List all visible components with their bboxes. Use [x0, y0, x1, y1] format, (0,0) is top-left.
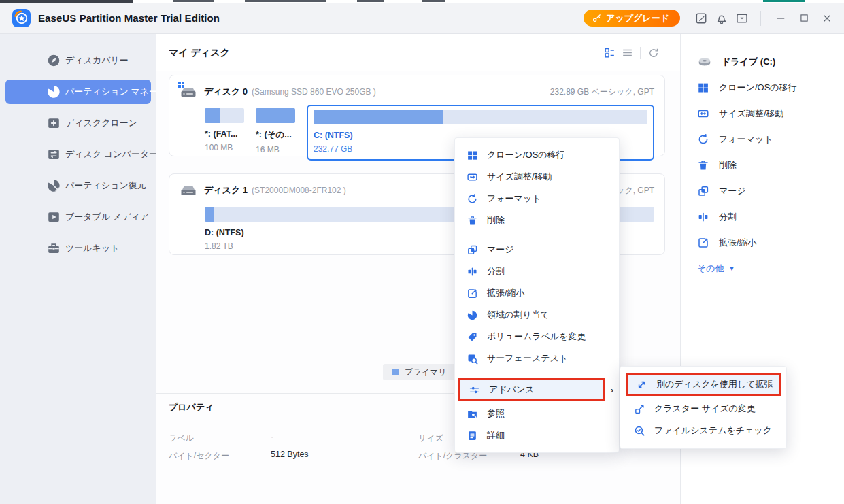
minimize-button[interactable] — [769, 8, 792, 29]
menu-merge[interactable]: マージ — [455, 239, 619, 261]
disk0-header: ディスク 0 (Samsung SSD 860 EVO 250GB ) 232.… — [180, 84, 654, 100]
action-delete[interactable]: 削除 — [681, 152, 844, 178]
details-doc-icon — [467, 430, 478, 441]
submenu-extend-with-other-disk[interactable]: 別のディスクを使用して拡張 — [620, 371, 786, 398]
allocate-pie-icon — [467, 309, 478, 321]
action-clone-os-migrate[interactable]: クローン/OSの移行 — [681, 75, 844, 101]
menu-delete[interactable]: 削除 — [455, 209, 619, 231]
trash-icon — [467, 215, 478, 226]
trash-icon — [697, 159, 709, 171]
screen-edge-artifact-teal — [763, 0, 805, 2]
disk0-summary: 232.89 GB ベーシック, GPT — [550, 86, 654, 98]
left-sidebar: ディスカバリー パーティション マネージャー ディスククローン ディスク コンバ… — [0, 34, 156, 504]
header-divider — [640, 47, 641, 59]
view-grid-toggle[interactable] — [601, 44, 618, 62]
merge-icon — [697, 185, 709, 197]
format-icon — [697, 133, 709, 146]
menu-divider — [455, 235, 619, 235]
menu-divider — [455, 373, 619, 373]
submenu-highlight-box: 別のディスクを使用して拡張 — [626, 373, 781, 396]
menu-advanced[interactable]: アドバンス › — [455, 377, 619, 403]
view-list-toggle[interactable] — [618, 44, 636, 62]
windows-badge-icon — [178, 82, 184, 88]
submenu-check-filesystem[interactable]: ファイルシステムをチェック — [620, 420, 786, 441]
titlebar: EaseUS Partition Master Trial Edition アッ… — [0, 3, 844, 34]
screen-edge-artifact — [357, 0, 384, 2]
page-title: マイ ディスク — [169, 47, 230, 59]
submenu-change-cluster-size[interactable]: クラスター サイズの変更 — [620, 398, 786, 420]
upgrade-label: アップグレード — [606, 12, 669, 24]
check-filesystem-icon — [634, 425, 645, 437]
screen-edge-artifact — [245, 0, 326, 2]
disk-platter-icon — [697, 54, 712, 69]
diagonal-arrows-icon — [636, 379, 647, 390]
expand-icon — [697, 237, 709, 249]
menu-details[interactable]: 詳細 — [455, 424, 619, 446]
sidebar-item-bootable-media[interactable]: ブータブル メディア — [5, 205, 151, 229]
action-format[interactable]: フォーマット — [681, 127, 844, 152]
partition-usage-bar — [205, 108, 244, 123]
sidebar-item-disk-clone[interactable]: ディスククローン — [5, 111, 151, 135]
sidebar-item-toolkit[interactable]: ツールキット — [5, 236, 151, 261]
surface-test-icon — [467, 353, 478, 365]
disk-drive-icon — [180, 84, 197, 99]
menu-format[interactable]: フォーマット — [455, 188, 619, 209]
refresh-icon[interactable] — [645, 44, 662, 62]
advanced-submenu: 別のディスクを使用して拡張 クラスター サイズの変更 ファイルシステムをチェック — [620, 366, 787, 449]
legend-color-swatch — [392, 369, 399, 375]
action-merge[interactable]: マージ — [681, 178, 844, 204]
disk-convert-icon — [46, 147, 61, 162]
action-extend-shrink[interactable]: 拡張/縮小 — [681, 230, 844, 256]
main-header: マイ ディスク — [156, 34, 680, 71]
partition-other[interactable]: *: (その... 16 MB — [256, 104, 307, 161]
chevron-down-icon: ▼ — [729, 265, 735, 272]
sidebar-item-partition-manager[interactable]: パーティション マネージャー — [5, 80, 151, 104]
menu-clone-os-migrate[interactable]: クローン/OSの移行 — [455, 144, 619, 166]
sidebar-item-partition-recovery[interactable]: パーティション復元 — [5, 173, 151, 198]
prop-label-value: - — [271, 432, 273, 441]
menu-change-volume-label[interactable]: ボリュームラベルを変更 — [455, 326, 619, 348]
upgrade-button[interactable]: アップグレード — [584, 10, 680, 27]
submenu-chevron-icon: › — [611, 385, 613, 395]
selected-drive-label: ドライブ (C:) — [681, 49, 844, 75]
partition-fat[interactable]: *: (FAT... 100 MB — [205, 104, 256, 161]
menu-browse[interactable]: 参照 — [455, 403, 619, 424]
prop-bytes-sector-label: バイト/セクター — [169, 450, 229, 462]
menu-resize-move[interactable]: サイズ調整/移動 — [455, 166, 619, 188]
pie-chart-icon — [46, 84, 61, 99]
properties-title: プロパティ — [169, 401, 214, 414]
menu-extend-shrink[interactable]: 拡張/縮小 — [455, 282, 619, 304]
feedback-note-icon[interactable] — [691, 8, 711, 29]
action-split[interactable]: 分割 — [681, 204, 844, 230]
disk0-name: ディスク 0 — [204, 86, 248, 98]
menu-dropdown-icon[interactable] — [732, 8, 752, 29]
partition-context-menu: クローン/OSの移行 サイズ調整/移動 フォーマット 削除 マージ 分割 拡張/… — [454, 137, 620, 453]
partition-usage-bar — [314, 110, 647, 124]
legend-label: プライマリ — [405, 367, 446, 378]
menu-allocate-space[interactable]: 領域の割り当て — [455, 304, 619, 326]
disk1-model: (ST2000DM008-2FR102 ) — [252, 186, 346, 195]
expand-icon — [467, 288, 478, 299]
maximize-button[interactable] — [792, 8, 815, 29]
screen-edge-artifact — [173, 0, 214, 2]
advanced-highlight-box: アドバンス — [458, 378, 605, 401]
menu-surface-test[interactable]: サーフェーステスト — [455, 348, 619, 369]
tag-icon — [467, 331, 478, 343]
action-resize-move[interactable]: サイズ調整/移動 — [681, 101, 844, 127]
close-button[interactable] — [815, 8, 839, 29]
disk0-model: (Samsung SSD 860 EVO 250GB ) — [252, 87, 376, 97]
windows-icon — [467, 150, 478, 161]
notifications-bell-icon[interactable] — [711, 8, 732, 29]
partition-usage-bar — [256, 108, 295, 123]
more-actions-link[interactable]: その他 ▼ — [681, 256, 844, 282]
resize-icon — [467, 171, 478, 183]
sliders-icon — [469, 384, 480, 396]
sidebar-item-discovery[interactable]: ディスカバリー — [5, 48, 151, 73]
sidebar-item-disk-converter[interactable]: ディスク コンバーター — [5, 142, 151, 167]
format-icon — [467, 193, 478, 205]
menu-split[interactable]: 分割 — [455, 261, 619, 282]
compass-icon — [46, 53, 61, 68]
windows-icon — [697, 82, 709, 94]
split-icon — [467, 266, 478, 278]
app-title: EaseUS Partition Master Trial Edition — [38, 12, 220, 24]
